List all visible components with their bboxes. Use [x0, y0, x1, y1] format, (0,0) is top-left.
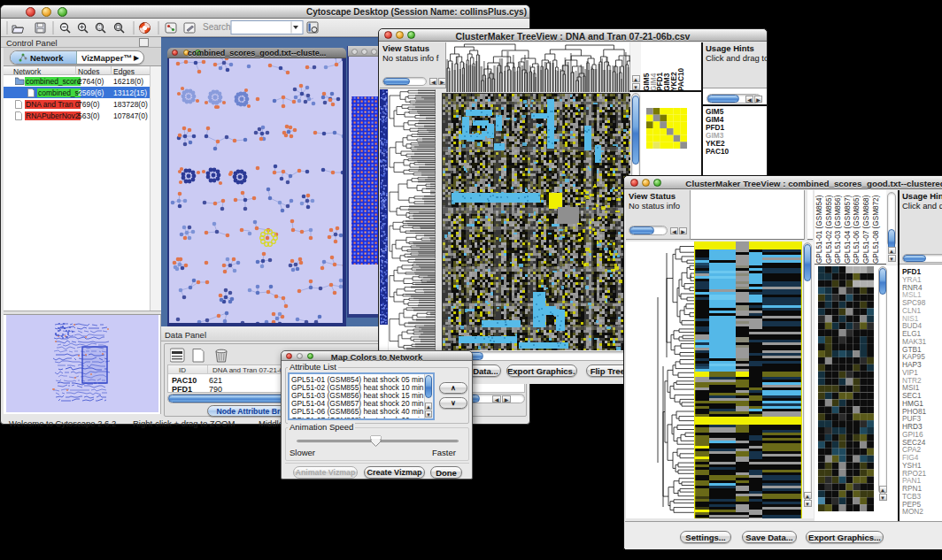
- svg-text:Search:: Search:: [203, 22, 233, 32]
